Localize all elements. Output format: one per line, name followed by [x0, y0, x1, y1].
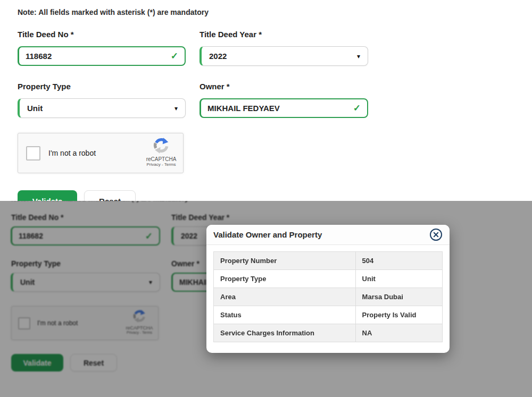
property-type-label: Property Type	[18, 82, 71, 91]
recaptcha-label: I'm not a robot	[48, 149, 96, 157]
valid-check-icon: ✓	[171, 52, 178, 61]
recaptcha-brand: reCAPTCHA Privacy - Terms	[144, 137, 179, 167]
table-row: Status Property Is Valid	[214, 306, 443, 324]
title-deed-year-label: Title Deed Year *	[200, 30, 262, 39]
table-row: Service Charges Information NA	[214, 324, 443, 342]
row-value: NA	[355, 324, 442, 342]
row-label: Property Type	[214, 270, 356, 288]
title-deed-no-label: Title Deed No *	[18, 30, 74, 39]
modal-screen: Note: All fields marked with asterisk (*…	[0, 201, 532, 397]
valid-check-icon: ✓	[353, 104, 361, 113]
mandatory-note: Note: All fields marked with asterisk (*…	[18, 8, 209, 16]
modal-body: Property Number 504 Property Type Unit A…	[206, 245, 450, 349]
title-deed-year-select[interactable]: 2022 ▾	[200, 46, 368, 66]
recaptcha-privacy-terms[interactable]: Privacy - Terms	[144, 162, 179, 167]
table-row: Property Number 504	[214, 252, 443, 270]
recaptcha-wordmark: reCAPTCHA	[144, 156, 179, 162]
table-row: Area Marsa Dubai	[214, 288, 443, 306]
row-value: Marsa Dubai	[355, 288, 442, 306]
validate-owner-property-modal: Validate Owner and Property Property Num…	[206, 225, 450, 353]
row-value: Unit	[355, 270, 442, 288]
recaptcha-logo-icon	[153, 137, 170, 154]
close-icon	[429, 228, 443, 241]
row-label: Area	[214, 288, 356, 306]
title-deed-year-value: 2022	[209, 52, 227, 61]
title-deed-no-input[interactable]: ✓	[18, 46, 186, 66]
row-label: Service Charges Information	[214, 324, 356, 342]
owner-value[interactable]	[207, 104, 349, 113]
title-deed-no-value[interactable]	[26, 52, 167, 61]
recaptcha-checkbox[interactable]	[26, 146, 40, 161]
validate-button[interactable]: Validate	[18, 190, 77, 201]
property-type-select[interactable]: Unit ▾	[18, 98, 186, 118]
form-page: Note: All fields marked with asterisk (*…	[0, 0, 532, 201]
row-label: Property Number	[214, 252, 356, 270]
close-button[interactable]	[429, 228, 443, 241]
reset-button[interactable]: Reset	[84, 190, 136, 201]
table-row: Property Type Unit	[214, 270, 443, 288]
chevron-down-icon: ▾	[174, 105, 178, 112]
modal-title: Validate Owner and Property	[213, 230, 322, 239]
row-value: 504	[355, 252, 442, 270]
chevron-down-icon: ▾	[357, 53, 360, 60]
owner-label: Owner *	[200, 82, 230, 91]
property-details-table: Property Number 504 Property Type Unit A…	[213, 251, 443, 342]
modal-header: Validate Owner and Property	[206, 225, 450, 245]
row-label: Status	[214, 306, 356, 324]
property-type-value: Unit	[27, 104, 43, 113]
row-value: Property Is Valid	[355, 306, 442, 324]
recaptcha-widget: I'm not a robot reCAPTCHA Privacy - Term…	[18, 133, 184, 173]
owner-input[interactable]: ✓	[200, 98, 368, 118]
